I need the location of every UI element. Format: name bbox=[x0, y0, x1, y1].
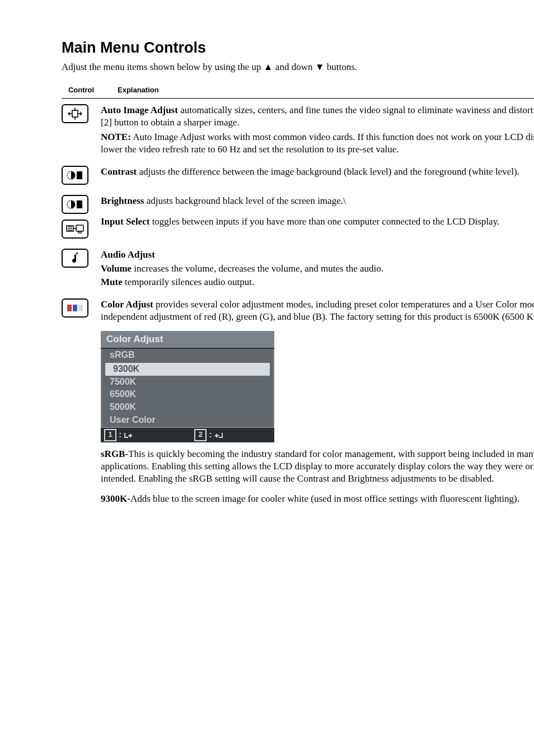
note-body: Auto Image Adjust works with most common… bbox=[101, 132, 534, 155]
input-select-bold: Input Select bbox=[101, 216, 149, 227]
srgb-body: This is quickly becoming the industry st… bbox=[101, 449, 534, 484]
k9300-body: Adds blue to the screen image for cooler… bbox=[130, 493, 519, 504]
input-select-body: toggles between inputs if you have more … bbox=[149, 216, 499, 227]
color-adjust-bold: Color Adjust bbox=[101, 299, 153, 310]
panel-key-2: 2 : bbox=[194, 429, 223, 441]
brightness-icon bbox=[62, 195, 88, 214]
audio-volume-text: Volume increases the volume, decreases t… bbox=[101, 263, 534, 275]
key-1-box: 1 bbox=[104, 429, 116, 441]
brightness-body: adjusts background black level of the sc… bbox=[144, 195, 345, 206]
note-label: NOTE: bbox=[101, 132, 131, 142]
audio-mute-bold: Mute bbox=[101, 277, 123, 287]
brightness-bold: Brightness bbox=[101, 195, 144, 206]
input-select-text: Input Select toggles between inputs if y… bbox=[101, 216, 534, 228]
brightness-text: Brightness adjusts background black leve… bbox=[101, 195, 534, 207]
color-adjust-panel: Color Adjust sRGB 9300K 7500K 6500K 5000… bbox=[101, 331, 274, 442]
row-contrast: Contrast adjusts the difference between … bbox=[62, 166, 534, 185]
auto-image-adjust-bold: Auto Image Adjust bbox=[101, 105, 178, 115]
audio-adjust-icon bbox=[62, 249, 88, 268]
srgb-bold: sRGB- bbox=[101, 449, 128, 459]
svg-rect-15 bbox=[78, 231, 81, 233]
row-audio-adjust: Audio Adjust Volume increases the volume… bbox=[62, 249, 534, 288]
panel-item-6500k[interactable]: 6500K bbox=[102, 388, 273, 401]
audio-adjust-heading-bold: Audio Adjust bbox=[101, 249, 155, 260]
color-adjust-body: provides several color adjustment modes,… bbox=[101, 299, 534, 322]
svg-rect-18 bbox=[78, 305, 83, 311]
column-headers: Control Explanation bbox=[62, 86, 534, 95]
auto-image-adjust-text: Auto Image Adjust automatically sizes, c… bbox=[101, 104, 534, 129]
svg-rect-0 bbox=[72, 110, 78, 117]
contrast-body: adjusts the difference between the image… bbox=[137, 166, 519, 177]
panel-key-1: 1 : bbox=[104, 429, 133, 441]
input-select-icon bbox=[62, 220, 88, 239]
panel-item-7500k[interactable]: 7500K bbox=[102, 376, 273, 389]
srgb-text: sRGB-This is quickly becoming the indust… bbox=[101, 448, 534, 485]
svg-rect-14 bbox=[76, 225, 83, 231]
page-title: Main Menu Controls bbox=[62, 38, 534, 58]
contrast-bold: Contrast bbox=[101, 166, 137, 177]
audio-volume-bold: Volume bbox=[101, 263, 132, 274]
panel-list: sRGB 9300K 7500K 6500K 5000K User Color bbox=[101, 349, 274, 428]
svg-rect-6 bbox=[77, 171, 82, 179]
svg-rect-16 bbox=[67, 305, 72, 311]
intro-pre: Adjust the menu items shown below by usi… bbox=[62, 62, 264, 72]
intro-mid: and down bbox=[273, 62, 315, 72]
row-color-adjust: Color Adjust provides several color adju… bbox=[62, 298, 534, 505]
audio-volume-body: increases the volume, decreases the volu… bbox=[132, 263, 383, 274]
panel-item-9300k[interactable]: 9300K bbox=[105, 363, 270, 376]
header-explanation: Explanation bbox=[118, 86, 159, 95]
audio-mute-text: Mute temporarily silences audio output. bbox=[101, 276, 534, 288]
contrast-text: Contrast adjusts the difference between … bbox=[101, 166, 534, 178]
panel-item-5000k[interactable]: 5000K bbox=[102, 401, 273, 414]
k9300-text: 9300K-Adds blue to the screen image for … bbox=[101, 493, 534, 505]
intro-post: buttons. bbox=[325, 62, 358, 72]
svg-rect-17 bbox=[73, 305, 77, 311]
header-control: Control bbox=[62, 86, 101, 95]
intro-text: Adjust the menu items shown below by usi… bbox=[62, 61, 534, 73]
row-auto-image-adjust: Auto Image Adjust automatically sizes, c… bbox=[62, 104, 534, 156]
auto-image-adjust-icon bbox=[62, 104, 88, 123]
key-2-box: 2 bbox=[194, 429, 207, 441]
divider bbox=[62, 98, 534, 99]
panel-item-user-color[interactable]: User Color bbox=[102, 414, 273, 427]
color-adjust-icon bbox=[62, 298, 88, 318]
panel-item-srgb[interactable]: sRGB bbox=[102, 349, 273, 362]
svg-rect-8 bbox=[77, 200, 82, 208]
row-brightness-input: Brightness adjusts background black leve… bbox=[62, 195, 534, 239]
contrast-icon bbox=[62, 166, 88, 185]
color-adjust-text: Color Adjust provides several color adju… bbox=[101, 298, 534, 323]
audio-adjust-heading: Audio Adjust bbox=[101, 249, 534, 261]
panel-title: Color Adjust bbox=[101, 331, 274, 349]
panel-footer: 1 : 2 : bbox=[101, 428, 274, 442]
auto-image-adjust-note: NOTE: Auto Image Adjust works with most … bbox=[101, 131, 534, 156]
audio-mute-body: temporarily silences audio output. bbox=[123, 277, 255, 287]
k9300-bold: 9300K- bbox=[101, 493, 130, 504]
